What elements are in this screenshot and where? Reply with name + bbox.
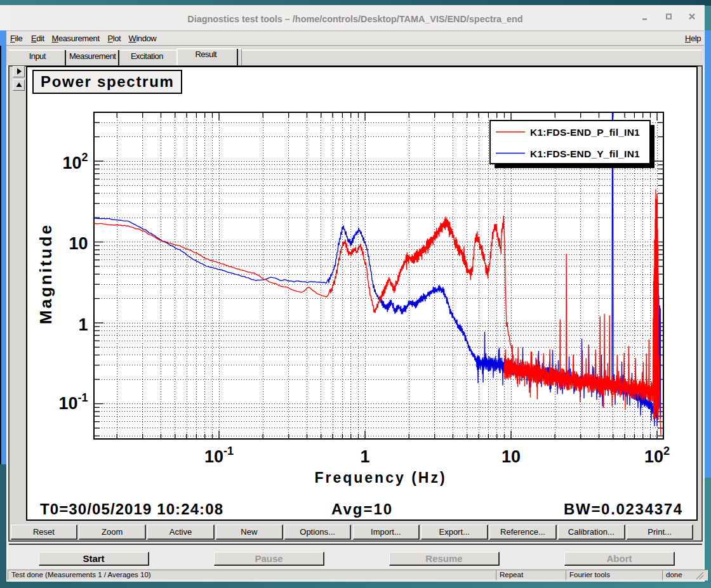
svg-text:10: 10 xyxy=(69,234,88,253)
svg-text:10: 10 xyxy=(59,394,78,413)
svg-text:10: 10 xyxy=(204,447,223,466)
svg-text:-1: -1 xyxy=(78,391,88,404)
svg-text:K1:FDS-END_P_fil_IN1: K1:FDS-END_P_fil_IN1 xyxy=(530,127,640,138)
svg-text:1: 1 xyxy=(361,447,370,466)
svg-text:1: 1 xyxy=(79,315,88,334)
svg-text:Magnitude: Magnitude xyxy=(36,223,55,325)
svg-text:10: 10 xyxy=(502,447,521,466)
svg-text:10: 10 xyxy=(63,154,82,173)
svg-text:2: 2 xyxy=(82,151,88,164)
svg-text:2: 2 xyxy=(663,445,670,457)
svg-text:Frequency (Hz): Frequency (Hz) xyxy=(314,469,446,486)
svg-text:-1: -1 xyxy=(223,445,234,457)
svg-text:10: 10 xyxy=(644,447,663,466)
svg-text:K1:FDS-END_Y_fil_IN1: K1:FDS-END_Y_fil_IN1 xyxy=(530,148,640,159)
